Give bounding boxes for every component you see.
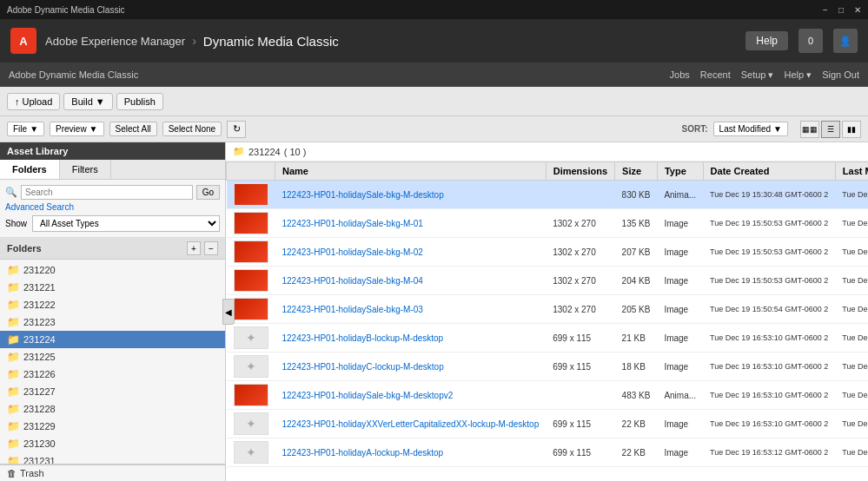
asset-thumb-cell: ✦ [227,324,275,353]
build-button[interactable]: Build ▼ [63,93,112,110]
col-name[interactable]: Name [275,162,547,181]
table-row[interactable]: 122423-HP01-holidaySale-bkg-M-011302 x 2… [227,209,869,238]
asset-name[interactable]: 122423-HP01-holidaySale-bkg-M-02 [275,238,547,267]
table-row[interactable]: 122423-HP01-holidaySale-bkg-M-041302 x 2… [227,267,869,295]
upload-button[interactable]: ↑ Upload [7,93,60,110]
asset-name-link[interactable]: 122423-HP01-holidaySale-bkg-M-01 [282,219,423,228]
folder-item-231224[interactable]: 📁 231224 [0,331,225,348]
notification-icon[interactable]: 0 [798,29,823,53]
table-row[interactable]: ✦122423-HP01-holidayA-lockup-M-desktop69… [227,438,869,467]
restore-btn[interactable]: □ [838,5,844,15]
trash-icon: 🗑 [7,468,17,478]
folder-item-231221[interactable]: 📁 231221 [0,279,225,296]
folder-item-231225[interactable]: 📁 231225 [0,348,225,366]
sort-arrow: ▼ [773,124,782,134]
nav-app-name: Adobe Dynamic Media Classic [9,69,138,80]
tab-folders[interactable]: Folders [0,160,60,179]
asset-name-link[interactable]: 122423-HP01-holidayA-lockup-M-desktop [282,448,444,458]
asset-thumb-cell [227,181,275,209]
folder-item-231228[interactable]: 📁 231228 [0,400,225,418]
sidebar-collapse-btn[interactable]: ◀ [222,299,235,325]
table-row[interactable]: 122423-HP01-holidaySale-bkg-M-desktopv24… [227,381,869,410]
publish-button[interactable]: Publish [116,93,163,110]
asset-last-modified: Tue Dec 19 16:53:10 GMT-0600 2023 [835,353,868,381]
asset-name-link[interactable]: 122423-HP01-holidaySale-bkg-M-02 [282,247,423,257]
folder-item-231227[interactable]: 📁 231227 [0,383,225,400]
detail-view-btn[interactable]: ▮▮ [842,121,861,138]
table-row[interactable]: 122423-HP01-holidaySale-bkg-M-031302 x 2… [227,295,869,324]
user-icon[interactable]: 👤 [833,29,858,53]
folder-item-231231[interactable]: 📁 231231 [0,452,225,464]
asset-name-link[interactable]: 122423-HP01-holidaySale-bkg-M-03 [282,305,423,314]
list-view-btn[interactable]: ☰ [821,121,840,138]
asset-name[interactable]: 122423-HP01-holidaySale-bkg-M-04 [275,267,547,295]
folder-item-231229[interactable]: 📁 231229 [0,418,225,435]
folder-item-231222[interactable]: 📁 231222 [0,296,225,313]
add-folder-btn[interactable]: + [187,241,201,255]
asset-last-modified: Tue Dec 19 16:53:10 GMT-0600 2023 [835,381,868,410]
breadcrumb-first[interactable]: Adobe Experience Manager [45,35,185,48]
col-date-created[interactable]: Date Created [703,162,835,181]
sort-dropdown[interactable]: Last Modified ▼ [713,122,788,136]
col-type[interactable]: Type [657,162,703,181]
asset-name[interactable]: 122423-HP01-holidayC-lockup-M-desktop [275,353,547,381]
nav-signout[interactable]: Sign Out [822,69,859,81]
asset-name-link[interactable]: 122423-HP01-holidaySale-bkg-M-04 [282,276,423,286]
folder-icon: 📁 [7,403,20,415]
asset-thumbnail [234,240,268,263]
search-input[interactable] [25,188,189,197]
asset-name[interactable]: 122423-HP01-holidayXXVerLetterCapitalize… [275,410,547,438]
asset-type: Anima... [657,381,703,410]
grid-view-btn[interactable]: ▦▦ [800,121,819,138]
folder-path-icon: 📁 [233,146,245,157]
asset-name[interactable]: 122423-HP01-holidaySale-bkg-M-desktopv2 [275,381,547,410]
close-btn[interactable]: ✕ [854,5,861,15]
nav-setup[interactable]: Setup ▾ [741,69,774,81]
asset-name[interactable]: 122423-HP01-holidaySale-bkg-M-03 [275,295,547,324]
folder-item-231223[interactable]: 📁 231223 [0,313,225,331]
nav-help[interactable]: Help ▾ [785,69,812,81]
table-row[interactable]: ✦122423-HP01-holidayB-lockup-M-desktop69… [227,324,869,353]
asset-dimensions: 1302 x 270 [546,267,614,295]
asset-type-dropdown[interactable]: All Asset Types [32,215,220,232]
asset-name-link[interactable]: 122423-HP01-holidaySale-bkg-M-desktop [282,190,444,200]
asset-name-link[interactable]: 122423-HP01-holidaySale-bkg-M-desktopv2 [282,391,454,400]
file-dropdown[interactable]: File ▼ [7,122,44,136]
asset-name[interactable]: 122423-HP01-holidayB-lockup-M-desktop [275,324,547,353]
asset-name[interactable]: 122423-HP01-holidayA-lockup-M-desktop [275,438,547,467]
select-none-button[interactable]: Select None [162,122,222,136]
nav-jobs[interactable]: Jobs [670,69,690,81]
asset-dimensions [546,381,614,410]
asset-name[interactable]: 122423-HP01-holidaySale-bkg-M-desktop [275,181,547,209]
preview-dropdown[interactable]: Preview ▼ [50,122,103,136]
asset-name-link[interactable]: 122423-HP01-holidayXXVerLetterCapitalize… [282,419,540,429]
folder-icon: 📁 [7,420,20,432]
table-row[interactable]: 122423-HP01-holidaySale-bkg-M-desktop830… [227,181,869,209]
tab-filters[interactable]: Filters [60,160,111,179]
asset-name-link[interactable]: 122423-HP01-holidayB-lockup-M-desktop [282,333,444,343]
remove-folder-btn[interactable]: − [204,241,218,255]
asset-name-link[interactable]: 122423-HP01-holidayC-lockup-M-desktop [282,362,444,372]
folder-item-231226[interactable]: 📁 231226 [0,366,225,383]
minimize-btn[interactable]: − [823,5,828,15]
folder-item-231230[interactable]: 📁 231230 [0,435,225,452]
col-size[interactable]: Size [615,162,658,181]
asset-thumbnail [234,384,268,406]
table-row[interactable]: ✦122423-HP01-holidayXXVerLetterCapitaliz… [227,410,869,438]
refresh-button[interactable]: ↻ [227,121,246,138]
select-all-button[interactable]: Select All [109,122,157,136]
table-row[interactable]: 122423-HP01-holidaySale-bkg-M-021302 x 2… [227,238,869,267]
asset-name[interactable]: 122423-HP01-holidaySale-bkg-M-01 [275,209,547,238]
asset-last-modified: Tue Dec 19 15:30:48 GMT-0600 2023 [835,181,868,209]
folder-item-231220[interactable]: 📁 231220 [0,261,225,279]
help-button[interactable]: Help [745,31,788,50]
search-go-button[interactable]: Go [196,185,220,200]
col-dimensions[interactable]: Dimensions [546,162,614,181]
advanced-search-link[interactable]: Advanced Search [5,200,220,212]
nav-recent[interactable]: Recent [700,69,731,81]
asset-table: Name Dimensions Size Type Date Created L… [226,161,868,481]
sidebar: Asset Library Folders Filters 🔍 Go Advan… [0,142,226,481]
table-row[interactable]: ✦122423-HP01-holidayC-lockup-M-desktop69… [227,353,869,381]
trash-item[interactable]: 🗑 Trash [0,465,225,481]
col-last-modified[interactable]: Last Modified [835,162,868,181]
